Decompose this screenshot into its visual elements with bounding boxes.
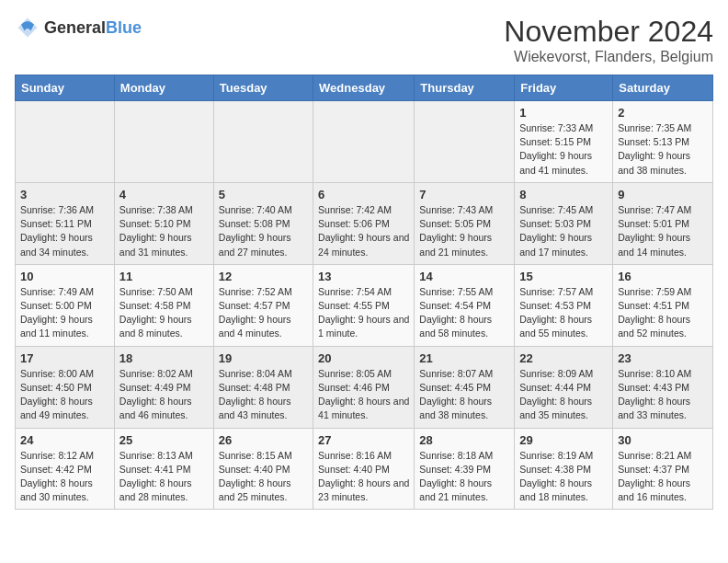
day-number: 15 xyxy=(519,270,608,283)
day-info: Sunrise: 8:10 AM Sunset: 4:43 PM Dayligh… xyxy=(618,367,708,423)
calendar-cell: 12Sunrise: 7:52 AM Sunset: 4:57 PM Dayli… xyxy=(213,264,313,346)
calendar-cell: 14Sunrise: 7:55 AM Sunset: 4:54 PM Dayli… xyxy=(415,264,515,346)
day-number: 1 xyxy=(519,106,608,120)
calendar-cell: 21Sunrise: 8:07 AM Sunset: 4:45 PM Dayli… xyxy=(415,346,515,428)
day-number: 14 xyxy=(419,270,509,283)
calendar-header-row: SundayMondayTuesdayWednesdayThursdayFrid… xyxy=(16,75,713,101)
calendar-cell: 8Sunrise: 7:45 AM Sunset: 5:03 PM Daylig… xyxy=(515,182,613,264)
day-info: Sunrise: 7:50 AM Sunset: 4:58 PM Dayligh… xyxy=(119,285,209,341)
day-number: 3 xyxy=(20,188,109,201)
day-info: Sunrise: 8:13 AM Sunset: 4:41 PM Dayligh… xyxy=(119,449,209,505)
calendar-week-row: 3Sunrise: 7:36 AM Sunset: 5:11 PM Daylig… xyxy=(16,182,713,264)
title-block: November 2024 Wiekevorst, Flanders, Belg… xyxy=(504,15,713,65)
day-of-week-saturday: Saturday xyxy=(613,75,713,101)
calendar-cell: 1Sunrise: 7:33 AM Sunset: 5:15 PM Daylig… xyxy=(515,101,613,183)
day-number: 2 xyxy=(618,106,708,120)
day-number: 17 xyxy=(20,351,109,365)
page-header: GeneralBlue November 2024 Wiekevorst, Fl… xyxy=(15,15,713,65)
calendar-cell: 2Sunrise: 7:35 AM Sunset: 5:13 PM Daylig… xyxy=(613,101,713,183)
day-info: Sunrise: 7:59 AM Sunset: 4:51 PM Dayligh… xyxy=(618,285,708,341)
day-number: 28 xyxy=(419,433,509,447)
logo-text: GeneralBlue xyxy=(44,18,142,38)
day-info: Sunrise: 7:52 AM Sunset: 4:57 PM Dayligh… xyxy=(219,285,308,341)
day-number: 25 xyxy=(119,433,209,447)
calendar-cell xyxy=(415,101,515,183)
day-info: Sunrise: 8:07 AM Sunset: 4:45 PM Dayligh… xyxy=(419,367,509,423)
day-info: Sunrise: 7:57 AM Sunset: 4:53 PM Dayligh… xyxy=(519,285,608,341)
day-info: Sunrise: 7:54 AM Sunset: 4:55 PM Dayligh… xyxy=(318,285,409,341)
day-info: Sunrise: 8:21 AM Sunset: 4:37 PM Dayligh… xyxy=(618,449,708,505)
calendar-cell: 13Sunrise: 7:54 AM Sunset: 4:55 PM Dayli… xyxy=(313,264,415,346)
calendar-cell: 17Sunrise: 8:00 AM Sunset: 4:50 PM Dayli… xyxy=(16,346,115,428)
day-number: 23 xyxy=(618,351,708,365)
calendar-cell: 24Sunrise: 8:12 AM Sunset: 4:42 PM Dayli… xyxy=(16,428,115,510)
day-number: 20 xyxy=(318,351,409,365)
calendar-cell: 16Sunrise: 7:59 AM Sunset: 4:51 PM Dayli… xyxy=(613,264,713,346)
day-number: 12 xyxy=(219,270,308,283)
day-number: 10 xyxy=(20,270,109,283)
calendar-week-row: 10Sunrise: 7:49 AM Sunset: 5:00 PM Dayli… xyxy=(16,264,713,346)
calendar-week-row: 1Sunrise: 7:33 AM Sunset: 5:15 PM Daylig… xyxy=(16,101,713,183)
day-number: 19 xyxy=(219,351,308,365)
day-number: 22 xyxy=(519,351,608,365)
day-info: Sunrise: 8:12 AM Sunset: 4:42 PM Dayligh… xyxy=(20,449,109,505)
calendar-cell: 28Sunrise: 8:18 AM Sunset: 4:39 PM Dayli… xyxy=(415,428,515,510)
calendar-cell: 15Sunrise: 7:57 AM Sunset: 4:53 PM Dayli… xyxy=(515,264,613,346)
day-info: Sunrise: 8:16 AM Sunset: 4:40 PM Dayligh… xyxy=(318,449,409,505)
calendar-cell: 26Sunrise: 8:15 AM Sunset: 4:40 PM Dayli… xyxy=(213,428,313,510)
calendar-cell xyxy=(114,101,213,183)
day-number: 30 xyxy=(618,433,708,447)
calendar-cell: 25Sunrise: 8:13 AM Sunset: 4:41 PM Dayli… xyxy=(114,428,213,510)
calendar-cell: 20Sunrise: 8:05 AM Sunset: 4:46 PM Dayli… xyxy=(313,346,415,428)
calendar-week-row: 17Sunrise: 8:00 AM Sunset: 4:50 PM Dayli… xyxy=(16,346,713,428)
calendar-cell: 18Sunrise: 8:02 AM Sunset: 4:49 PM Dayli… xyxy=(114,346,213,428)
day-number: 18 xyxy=(119,351,209,365)
calendar-cell: 4Sunrise: 7:38 AM Sunset: 5:10 PM Daylig… xyxy=(114,182,213,264)
day-number: 9 xyxy=(618,188,708,201)
calendar-cell: 19Sunrise: 8:04 AM Sunset: 4:48 PM Dayli… xyxy=(213,346,313,428)
day-number: 16 xyxy=(618,270,708,283)
day-info: Sunrise: 7:55 AM Sunset: 4:54 PM Dayligh… xyxy=(419,285,509,341)
calendar-cell: 5Sunrise: 7:40 AM Sunset: 5:08 PM Daylig… xyxy=(213,182,313,264)
day-info: Sunrise: 7:43 AM Sunset: 5:05 PM Dayligh… xyxy=(419,203,509,259)
day-info: Sunrise: 7:49 AM Sunset: 5:00 PM Dayligh… xyxy=(20,285,109,341)
logo-blue: Blue xyxy=(106,18,142,37)
calendar-cell: 10Sunrise: 7:49 AM Sunset: 5:00 PM Dayli… xyxy=(16,264,115,346)
calendar-cell xyxy=(16,101,115,183)
day-info: Sunrise: 8:18 AM Sunset: 4:39 PM Dayligh… xyxy=(419,449,509,505)
page-subtitle: Wiekevorst, Flanders, Belgium xyxy=(504,49,713,65)
day-info: Sunrise: 7:35 AM Sunset: 5:13 PM Dayligh… xyxy=(618,121,708,178)
day-of-week-sunday: Sunday xyxy=(16,75,115,101)
day-info: Sunrise: 7:40 AM Sunset: 5:08 PM Dayligh… xyxy=(219,203,308,259)
calendar-cell: 6Sunrise: 7:42 AM Sunset: 5:06 PM Daylig… xyxy=(313,182,415,264)
day-info: Sunrise: 7:45 AM Sunset: 5:03 PM Dayligh… xyxy=(519,203,608,259)
day-number: 8 xyxy=(519,188,608,201)
day-info: Sunrise: 8:04 AM Sunset: 4:48 PM Dayligh… xyxy=(219,367,308,423)
calendar-table: SundayMondayTuesdayWednesdayThursdayFrid… xyxy=(15,75,713,510)
day-info: Sunrise: 7:47 AM Sunset: 5:01 PM Dayligh… xyxy=(618,203,708,259)
logo: GeneralBlue xyxy=(15,15,142,40)
day-info: Sunrise: 8:09 AM Sunset: 4:44 PM Dayligh… xyxy=(519,367,608,423)
day-number: 21 xyxy=(419,351,509,365)
day-number: 29 xyxy=(519,433,608,447)
day-of-week-friday: Friday xyxy=(515,75,613,101)
day-number: 5 xyxy=(219,188,308,201)
day-number: 26 xyxy=(219,433,308,447)
calendar-cell: 23Sunrise: 8:10 AM Sunset: 4:43 PM Dayli… xyxy=(613,346,713,428)
calendar-cell xyxy=(213,101,313,183)
calendar-week-row: 24Sunrise: 8:12 AM Sunset: 4:42 PM Dayli… xyxy=(16,428,713,510)
day-number: 4 xyxy=(119,188,209,201)
day-info: Sunrise: 7:36 AM Sunset: 5:11 PM Dayligh… xyxy=(20,203,109,259)
calendar-cell: 30Sunrise: 8:21 AM Sunset: 4:37 PM Dayli… xyxy=(613,428,713,510)
page-title: November 2024 xyxy=(504,15,713,49)
day-of-week-monday: Monday xyxy=(114,75,213,101)
calendar-cell: 22Sunrise: 8:09 AM Sunset: 4:44 PM Dayli… xyxy=(515,346,613,428)
day-of-week-tuesday: Tuesday xyxy=(213,75,313,101)
day-number: 7 xyxy=(419,188,509,201)
calendar-cell: 29Sunrise: 8:19 AM Sunset: 4:38 PM Dayli… xyxy=(515,428,613,510)
day-number: 11 xyxy=(119,270,209,283)
day-info: Sunrise: 8:05 AM Sunset: 4:46 PM Dayligh… xyxy=(318,367,409,423)
calendar-cell: 9Sunrise: 7:47 AM Sunset: 5:01 PM Daylig… xyxy=(613,182,713,264)
calendar-cell: 3Sunrise: 7:36 AM Sunset: 5:11 PM Daylig… xyxy=(16,182,115,264)
day-info: Sunrise: 8:02 AM Sunset: 4:49 PM Dayligh… xyxy=(119,367,209,423)
